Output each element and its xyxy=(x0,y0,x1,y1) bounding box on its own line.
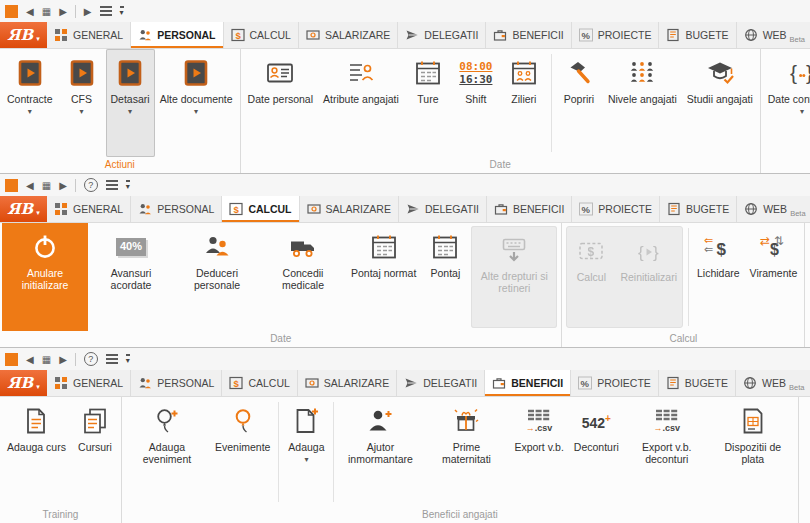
button-detasari[interactable]: Detasari▾ xyxy=(106,49,155,157)
button-concedii-medicale[interactable]: Concedii medicale xyxy=(260,223,346,331)
calendar-grid-icon[interactable]: ▦ xyxy=(42,179,51,192)
tab-beneficii[interactable]: BENEFICII xyxy=(487,196,572,222)
tab-personal[interactable]: PERSONAL xyxy=(131,196,222,222)
button-avansuri-acordate[interactable]: 40%Avansuri acordate xyxy=(88,223,174,331)
button-date-personal[interactable]: Date personal xyxy=(243,49,318,157)
tab-delegatii[interactable]: DELEGATII xyxy=(398,22,486,48)
button-zilieri[interactable]: Zilieri xyxy=(500,49,548,157)
calendar-grid-icon[interactable]: ▦ xyxy=(42,353,51,366)
tab-beneficii[interactable]: BENEFICII xyxy=(485,370,571,396)
tab-delegatii[interactable]: DELEGATII xyxy=(397,370,485,396)
toolbar-customize-icon[interactable]: ▾ xyxy=(126,354,130,364)
button-prime-maternitati[interactable]: Prime maternitati xyxy=(423,397,509,507)
tab-calcul[interactable]: $CALCUL xyxy=(222,370,297,396)
tab-general[interactable]: GENERAL xyxy=(47,370,131,396)
back-icon[interactable]: ◀ xyxy=(26,5,34,18)
tab-personal[interactable]: PERSONAL xyxy=(131,22,223,48)
app-icon[interactable] xyxy=(5,179,18,192)
tab-proiecte[interactable]: %PROIECTE xyxy=(572,196,660,222)
button-ture[interactable]: Ture xyxy=(404,49,452,157)
app-logo-button[interactable]: ЯB▾ xyxy=(0,196,47,222)
calendar-grid-icon[interactable]: ▦ xyxy=(42,5,51,18)
tab-calcul[interactable]: $CALCUL xyxy=(222,196,299,222)
tab-bugete[interactable]: BUGETE xyxy=(659,22,736,48)
button-viramente[interactable]: $⇄⇅Viramente xyxy=(745,223,803,331)
button-alte-drepturi-si-retineri[interactable]: Alte drepturi si retineri xyxy=(471,226,557,328)
forward-icon[interactable]: ▶ xyxy=(59,5,67,18)
layers-icon[interactable] xyxy=(106,354,118,364)
button-label: Ture xyxy=(417,94,438,106)
tab-salarizare[interactable]: SALARIZARE xyxy=(298,370,397,396)
calc-dollar-icon: $ xyxy=(576,233,606,269)
button-copii[interactable]: Copii xyxy=(801,397,810,507)
button-calcul[interactable]: $Calcul xyxy=(567,227,615,327)
button-anulare-initializare[interactable]: Anulare initializare xyxy=(2,223,88,331)
button-ajutor-inmormantare[interactable]: Ajutor inmormantare xyxy=(337,397,423,507)
button-lichidare[interactable]: $⇐⇐Lichidare xyxy=(692,223,745,331)
button-adauga-eveniment[interactable]: Adauga eveniment xyxy=(124,397,210,507)
svg-text:%: % xyxy=(581,30,590,41)
button-deduceri-personale[interactable]: Deduceri personale xyxy=(174,223,260,331)
button-dispozitii-de-plata[interactable]: Dispozitii de plata xyxy=(710,397,796,507)
button-adauga-curs[interactable]: Adauga curs xyxy=(2,397,71,507)
button-adauga[interactable]: Adauga▾ xyxy=(282,397,330,507)
layers-icon[interactable] xyxy=(100,6,112,16)
tab-people-icon xyxy=(138,202,152,216)
tab-web[interactable]: WEBBeta xyxy=(737,196,810,222)
toolbar-customize-icon[interactable]: ▾ xyxy=(126,180,130,190)
button-evenimente[interactable]: Evenimente xyxy=(210,397,275,507)
help-icon[interactable]: ? xyxy=(84,352,98,366)
button-cfs[interactable]: CFS▾ xyxy=(58,49,106,157)
app-logo-button[interactable]: ЯB▾ xyxy=(0,370,47,396)
forward-icon[interactable]: ▶ xyxy=(59,179,67,192)
quick-access-toolbar: ◀▦▶▶▾ xyxy=(0,0,810,22)
button-date-contracte[interactable]: {}Date contracte▾ xyxy=(763,49,810,157)
forward-icon[interactable]: ▶ xyxy=(59,353,67,366)
button-studii-angajati[interactable]: Studii angajati xyxy=(682,49,758,157)
button-export-v-b[interactable]: →.csvExport v.b. xyxy=(509,397,568,507)
app-icon[interactable] xyxy=(5,353,18,366)
button-pontaj-normat[interactable]: Pontaj normat xyxy=(346,223,421,331)
hammer-icon xyxy=(564,55,594,91)
button-label: Cursuri xyxy=(78,442,112,454)
button-popriri[interactable]: Popriri xyxy=(555,49,603,157)
tab-label: PERSONAL xyxy=(157,377,214,389)
button-nivele-angajati[interactable]: Nivele angajati xyxy=(603,49,682,157)
tab-salarizare[interactable]: SALARIZARE xyxy=(300,196,399,222)
button-atribute-angajati[interactable]: Atribute angajati xyxy=(318,49,404,157)
button-pontaj[interactable]: Pontaj xyxy=(421,223,469,331)
button-shift[interactable]: 08:0016:30Shift xyxy=(452,49,500,157)
group-label: Analiza xyxy=(805,331,810,347)
button-deconturi[interactable]: 542+Deconturi xyxy=(569,397,624,507)
back-icon[interactable]: ◀ xyxy=(26,179,34,192)
ribbon-content: Contracte▾CFS▾Detasari▾Alte documente▾Ac… xyxy=(0,49,810,173)
app-icon[interactable] xyxy=(5,5,18,18)
layers-icon[interactable] xyxy=(106,180,118,190)
tab-proiecte[interactable]: %PROIECTE xyxy=(572,22,660,48)
tab-label: SALARIZARE xyxy=(324,377,389,389)
button-export-v-b-deconturi[interactable]: →.csvExport v.b. deconturi xyxy=(624,397,710,507)
button-contracte[interactable]: Contracte▾ xyxy=(2,49,58,157)
app-logo-button[interactable]: ЯB▾ xyxy=(0,22,47,48)
tab-general[interactable]: GENERAL xyxy=(47,22,131,48)
tab-web[interactable]: WEBBeta xyxy=(736,370,810,396)
button-alte-documente[interactable]: Alte documente▾ xyxy=(155,49,238,157)
percent-box-icon: 40% xyxy=(116,229,146,265)
tab-bugete[interactable]: BUGETE xyxy=(659,370,736,396)
tab-calcul[interactable]: $CALCUL xyxy=(224,22,299,48)
help-icon[interactable]: ? xyxy=(84,178,98,192)
dropdown-caret-icon: ▾ xyxy=(304,456,308,464)
button-reinitializari[interactable]: {}Reinitializari xyxy=(615,227,682,327)
tab-general[interactable]: GENERAL xyxy=(47,196,131,222)
tab-personal[interactable]: PERSONAL xyxy=(131,370,222,396)
button-cursuri[interactable]: Cursuri xyxy=(71,397,119,507)
run-icon[interactable]: ▶ xyxy=(84,5,92,18)
tab-bugete[interactable]: BUGETE xyxy=(660,196,737,222)
tab-beneficii[interactable]: BENEFICII xyxy=(486,22,571,48)
tab-proiecte[interactable]: %PROIECTE xyxy=(571,370,659,396)
tab-salarizare[interactable]: SALARIZARE xyxy=(299,22,398,48)
toolbar-customize-icon[interactable]: ▾ xyxy=(120,6,124,16)
back-icon[interactable]: ◀ xyxy=(26,353,34,366)
tab-web[interactable]: WEBBeta xyxy=(737,22,810,48)
tab-delegatii[interactable]: DELEGATII xyxy=(399,196,487,222)
